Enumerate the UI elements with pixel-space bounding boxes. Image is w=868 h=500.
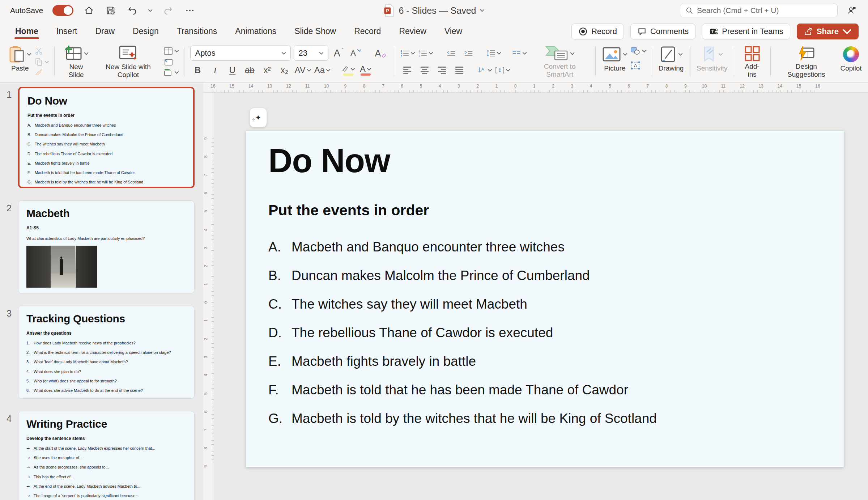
list-item: →At the end of the scene, Lady Macbeth a… bbox=[26, 484, 186, 489]
sensitivity-button[interactable]: Sensitivity bbox=[695, 44, 729, 79]
bullets-icon[interactable] bbox=[400, 46, 415, 61]
new-slide-button[interactable]: New Slide bbox=[59, 44, 94, 79]
slide-body-list[interactable]: A.Macbeth and Banquo encounter three wit… bbox=[268, 240, 822, 440]
comments-button[interactable]: Comments bbox=[630, 24, 695, 39]
columns-icon[interactable] bbox=[512, 46, 527, 61]
undo-chevron-icon[interactable] bbox=[148, 9, 153, 12]
share-button[interactable]: Share bbox=[797, 24, 859, 39]
slide-title[interactable]: Do Now bbox=[268, 142, 390, 180]
svg-text:A: A bbox=[481, 67, 484, 71]
present-in-teams-button[interactable]: T Present in Teams bbox=[702, 24, 790, 39]
slide-editing-canvas: ✦✧ Do Now Put the events in order A.Macb… bbox=[214, 93, 868, 500]
increase-indent-icon[interactable] bbox=[461, 46, 476, 61]
list-item: D.The rebellious Thane of Cawdor is exec… bbox=[268, 325, 822, 354]
picture-button[interactable]: Picture bbox=[600, 44, 630, 79]
list-item: 6.What does she advise Macbeth to do at … bbox=[26, 388, 186, 393]
slide-thumbnail-3[interactable]: Tracking Questions Answer the questions … bbox=[18, 306, 195, 399]
decrease-indent-icon[interactable] bbox=[444, 46, 458, 61]
share-icon bbox=[804, 27, 813, 36]
design-suggestions-button[interactable]: Design Suggestions bbox=[775, 44, 838, 79]
teams-icon: T bbox=[709, 27, 718, 36]
underline-icon[interactable]: U bbox=[225, 63, 239, 78]
home-icon[interactable] bbox=[83, 4, 95, 17]
list-item: F.Macbeth is told that he has been made … bbox=[268, 382, 822, 411]
search-box[interactable] bbox=[680, 4, 838, 17]
list-item: →This has the effect of... bbox=[26, 475, 186, 479]
record-button[interactable]: Record bbox=[571, 24, 624, 39]
subscript-icon[interactable]: x₂ bbox=[277, 63, 292, 78]
font-size-select[interactable]: 23 bbox=[294, 46, 328, 61]
bold-icon[interactable]: B bbox=[190, 63, 205, 78]
list-item: 3.What ‘fear’ does Lady Macbeth have abo… bbox=[26, 360, 186, 364]
highlight-color-icon[interactable] bbox=[341, 63, 356, 78]
text-direction-icon[interactable]: A bbox=[477, 63, 492, 78]
format-painter-icon[interactable] bbox=[34, 67, 49, 78]
line-spacing-icon[interactable] bbox=[486, 46, 501, 61]
numbering-icon[interactable]: 123 bbox=[418, 46, 433, 61]
new-slide-with-copilot-button[interactable]: New Slide with Copilot bbox=[93, 44, 163, 79]
autosave-toggle[interactable] bbox=[52, 5, 73, 16]
justify-icon[interactable] bbox=[452, 63, 467, 78]
list-item: →She uses the metaphor of... bbox=[26, 455, 186, 460]
list-item: 4.What does she plan to do? bbox=[26, 369, 186, 374]
save-icon[interactable] bbox=[105, 4, 117, 17]
decrease-font-size-icon[interactable]: A bbox=[349, 46, 363, 61]
tab-view[interactable]: View bbox=[444, 21, 463, 42]
slide-number: 4 bbox=[0, 411, 18, 500]
superscript-icon[interactable]: x² bbox=[260, 63, 274, 78]
drawing-button[interactable]: Drawing bbox=[656, 44, 686, 79]
more-options-icon[interactable] bbox=[184, 4, 196, 17]
copy-icon[interactable] bbox=[34, 56, 49, 67]
slide-thumbnail-2[interactable]: Macbeth A1-S5 What characteristics of La… bbox=[18, 200, 195, 293]
tab-animations[interactable]: Animations bbox=[234, 21, 277, 42]
tab-slide-show[interactable]: Slide Show bbox=[294, 21, 337, 42]
horizontal-ruler: 1615141312111098765432101234567891011121… bbox=[203, 82, 868, 93]
align-center-icon[interactable] bbox=[417, 63, 432, 78]
undo-icon[interactable] bbox=[126, 4, 139, 17]
convert-to-smartart-button[interactable]: Convert to SmartArt bbox=[528, 44, 591, 79]
list-item: E.Macbeth fights bravely in battle bbox=[268, 354, 822, 382]
slide-thumbnail-panel: 1 Do Now Put the events in order A.Macbe… bbox=[0, 82, 203, 500]
clear-formatting-icon[interactable]: A bbox=[374, 46, 388, 61]
svg-text:1: 1 bbox=[419, 50, 420, 52]
shapes-icon[interactable] bbox=[630, 46, 647, 56]
align-right-icon[interactable] bbox=[435, 63, 449, 78]
section-icon[interactable] bbox=[163, 67, 179, 78]
tab-record[interactable]: Record bbox=[353, 21, 382, 42]
add-ins-button[interactable]: Add-ins bbox=[739, 44, 766, 79]
slide-thumbnail-1[interactable]: Do Now Put the events in order A.Macbeth… bbox=[18, 87, 195, 188]
strikethrough-icon[interactable]: ab bbox=[242, 63, 257, 78]
copilot-button[interactable]: Copilot bbox=[838, 44, 864, 79]
design-ideas-button[interactable]: ✦✧ bbox=[250, 108, 267, 127]
slide-layout-icon[interactable] bbox=[163, 46, 179, 56]
align-text-vertical-icon[interactable] bbox=[495, 63, 510, 78]
font-name-select[interactable]: Aptos bbox=[190, 46, 291, 61]
character-spacing-icon[interactable]: AV bbox=[294, 63, 311, 78]
tab-transitions[interactable]: Transitions bbox=[176, 21, 218, 42]
cut-icon[interactable] bbox=[34, 46, 49, 56]
increase-font-size-icon[interactable]: Aˆ bbox=[331, 46, 346, 61]
slide-thumbnail-4[interactable]: Writing Practice Develop the sentence st… bbox=[18, 411, 195, 500]
font-color-icon[interactable]: A bbox=[358, 63, 373, 78]
list-item: A.Macbeth and Banquo encounter three wit… bbox=[27, 123, 185, 128]
tab-insert[interactable]: Insert bbox=[56, 21, 78, 42]
tab-home[interactable]: Home bbox=[14, 21, 39, 42]
reset-slide-icon[interactable] bbox=[163, 56, 179, 67]
paste-button[interactable]: Paste bbox=[7, 44, 34, 79]
contacts-icon[interactable] bbox=[846, 4, 858, 17]
tab-draw[interactable]: Draw bbox=[94, 21, 115, 42]
current-slide[interactable]: Do Now Put the events in order A.Macbeth… bbox=[246, 131, 844, 467]
powerpoint-file-icon: P bbox=[384, 4, 395, 17]
sparkle-wand-icon: ✦✧ bbox=[255, 114, 261, 121]
text-box-icon[interactable]: A bbox=[630, 60, 647, 71]
document-title[interactable]: 6 - Slides — Saved bbox=[399, 5, 485, 16]
search-input[interactable] bbox=[697, 6, 832, 15]
align-left-icon[interactable] bbox=[400, 63, 414, 78]
slide-number: 1 bbox=[0, 87, 18, 188]
italic-icon[interactable]: I bbox=[208, 63, 222, 78]
tab-design[interactable]: Design bbox=[132, 21, 159, 42]
redo-icon[interactable] bbox=[162, 4, 174, 17]
tab-review[interactable]: Review bbox=[398, 21, 427, 42]
change-case-icon[interactable]: Aa bbox=[314, 63, 331, 78]
slide-subtitle[interactable]: Put the events in order bbox=[268, 202, 429, 219]
